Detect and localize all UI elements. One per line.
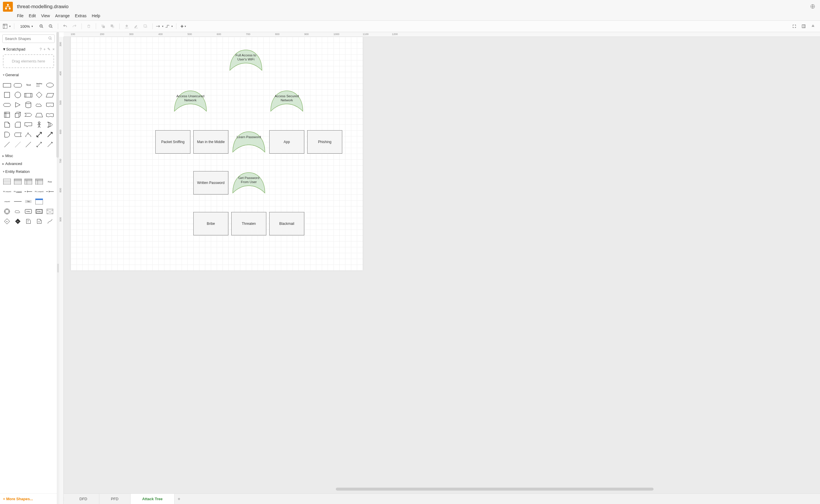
view-dropdown-button[interactable]: ▼	[3, 22, 11, 30]
scratchpad-dropzone[interactable]: Drag elements here	[3, 54, 54, 68]
shape-curve[interactable]	[24, 130, 33, 139]
globe-icon[interactable]	[810, 4, 817, 10]
shape-er-blank[interactable]	[45, 197, 55, 206]
section-entity-relation[interactable]: ▼ Entity Relation	[0, 168, 57, 175]
shape-document[interactable]	[45, 100, 55, 109]
shape-er-note[interactable]: Section	[24, 217, 33, 226]
box-phish[interactable]: Phishing	[307, 130, 342, 154]
tab-pfd[interactable]: PFD	[99, 494, 131, 504]
shape-rectangle[interactable]	[2, 81, 12, 89]
shape-er-table[interactable]	[2, 177, 12, 186]
shape-data-storage[interactable]	[13, 130, 23, 139]
shape-er-row[interactable]: Row	[45, 177, 55, 186]
app-logo[interactable]	[3, 2, 13, 12]
box-app[interactable]: App	[269, 130, 304, 154]
shape-and[interactable]	[2, 130, 12, 139]
shape-or[interactable]	[45, 120, 55, 129]
shape-er-hline[interactable]	[24, 187, 33, 196]
shape-process[interactable]	[24, 91, 33, 99]
box-sniff[interactable]: Packet Sniffing	[155, 130, 190, 154]
shape-er-table3[interactable]	[24, 177, 33, 186]
shape-dashed-line[interactable]	[13, 140, 23, 149]
shape-er-hline2[interactable]	[45, 187, 55, 196]
search-input[interactable]	[2, 34, 55, 43]
shape-er-hline3[interactable]	[13, 197, 23, 206]
edit-icon[interactable]: ✎	[47, 47, 51, 51]
zoom-out-icon[interactable]	[47, 22, 55, 30]
shape-arrow[interactable]	[45, 130, 55, 139]
help-icon[interactable]: ?	[40, 47, 42, 51]
add-icon[interactable]: +	[44, 47, 46, 51]
canvas[interactable]: Full Access to User's WiFiAccess Unsecur…	[64, 37, 820, 493]
more-shapes-button[interactable]: + More Shapes...	[3, 497, 33, 501]
shape-parallelogram[interactable]	[45, 91, 55, 99]
line-color-icon[interactable]	[132, 22, 140, 30]
shape-bidirectional-arrow[interactable]	[34, 130, 44, 139]
shape-er-title[interactable]: Title	[24, 197, 33, 206]
to-back-icon[interactable]	[108, 22, 117, 30]
shape-cube[interactable]	[13, 110, 23, 119]
shape-textbox[interactable]: Heading━━━━━━━━	[34, 81, 44, 89]
tab-dfd[interactable]: DFD	[68, 494, 99, 504]
box-mitm[interactable]: Man in the Middle	[193, 130, 228, 154]
shape-hexagon[interactable]	[2, 100, 12, 109]
shape-tape[interactable]	[45, 110, 55, 119]
shape-cloud[interactable]	[34, 100, 44, 109]
menu-edit[interactable]: Edit	[29, 13, 36, 18]
shape-triangle[interactable]	[13, 100, 23, 109]
gate-secured[interactable]: Access Secured Network	[269, 89, 304, 113]
shape-er-entity[interactable]: Entity	[24, 207, 33, 216]
shape-diamond[interactable]	[34, 91, 44, 99]
shape-step[interactable]	[24, 110, 33, 119]
shape-er-table2[interactable]	[13, 177, 23, 186]
insert-icon[interactable]: +▼	[179, 22, 187, 30]
shape-line2[interactable]	[24, 140, 33, 149]
gate-getpwd[interactable]: Get Password From User	[231, 171, 266, 194]
close-icon[interactable]: ×	[52, 47, 55, 51]
shape-er-row-pk[interactable]: PK uniqueId	[2, 187, 12, 196]
shape-actor[interactable]	[34, 120, 44, 129]
sidebar-scroll-thumb[interactable]	[56, 32, 59, 158]
to-front-icon[interactable]	[99, 22, 107, 30]
fill-color-icon[interactable]	[123, 22, 131, 30]
shape-er-cloud[interactable]	[13, 207, 23, 216]
box-threaten[interactable]: Threaten	[231, 212, 266, 235]
section-misc[interactable]: ▶ Misc	[0, 152, 57, 160]
box-written[interactable]: Written Password	[193, 171, 228, 194]
document-title[interactable]: threat-modelling.drawio	[17, 4, 69, 10]
gate-learn[interactable]: Learn Password	[231, 130, 266, 154]
menu-arrange[interactable]: Arrange	[55, 13, 70, 18]
shadow-icon[interactable]	[141, 22, 150, 30]
collapse-icon[interactable]	[809, 22, 817, 30]
zoom-level[interactable]: 100%▼	[17, 24, 36, 29]
shape-internal-storage[interactable]	[2, 110, 12, 119]
box-blackmail[interactable]: Blackmail	[269, 212, 304, 235]
format-panel-icon[interactable]	[800, 22, 808, 30]
shape-er-row-pk3[interactable]: PK | uniqueId	[34, 187, 44, 196]
delete-icon[interactable]	[85, 22, 93, 30]
shape-er-hatched[interactable]	[45, 207, 55, 216]
waypoint-icon[interactable]: ▼	[165, 22, 173, 30]
shape-circle[interactable]	[13, 91, 23, 99]
menu-help[interactable]: Help	[92, 13, 100, 18]
menu-file[interactable]: File	[17, 13, 24, 18]
shape-er-note2[interactable]: Note	[34, 217, 44, 226]
shape-er-uniqueid[interactable]: uniqueId	[2, 197, 12, 206]
shape-text[interactable]: Text	[24, 81, 33, 89]
shape-er-row-pk2[interactable]: PK uniqueId	[13, 187, 23, 196]
connection-icon[interactable]: ▼	[156, 22, 164, 30]
shape-trapezoid[interactable]	[34, 110, 44, 119]
shape-rounded-rectangle[interactable]	[13, 81, 23, 89]
scratchpad-header[interactable]: ▼ Scratchpad ? + ✎ ×	[0, 45, 57, 53]
shape-er-diamond[interactable]: Has	[2, 217, 12, 226]
shape-er-double-circle[interactable]	[2, 207, 12, 216]
menu-extras[interactable]: Extras	[75, 13, 87, 18]
horizontal-scrollbar[interactable]	[336, 488, 654, 491]
shape-directional-connector[interactable]	[45, 140, 55, 149]
redo-icon[interactable]	[70, 22, 79, 30]
shape-note[interactable]	[2, 120, 12, 129]
tab-attack-tree[interactable]: Attack Tree	[131, 494, 175, 504]
box-bribe[interactable]: Bribe	[193, 212, 228, 235]
shape-bidir-connector[interactable]	[34, 140, 44, 149]
section-advanced[interactable]: ▶ Advanced	[0, 160, 57, 168]
